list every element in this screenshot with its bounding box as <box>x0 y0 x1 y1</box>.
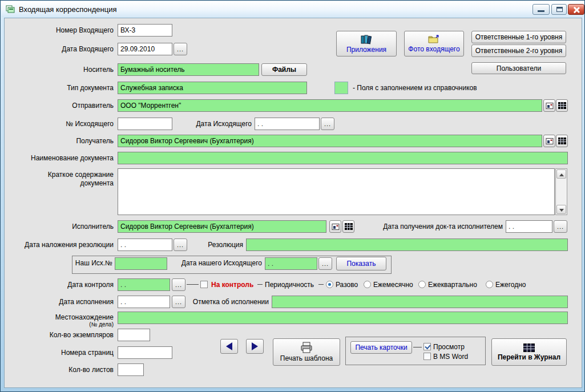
files-button[interactable]: Файлы <box>261 63 307 76</box>
separator-dash <box>318 284 324 285</box>
sender-field[interactable] <box>118 99 542 112</box>
radio-monthly[interactable] <box>364 281 371 288</box>
execution-date-picker-button[interactable]: ... <box>172 296 185 308</box>
responsible-level2-button[interactable]: Ответственные 2-го уровня <box>471 45 566 57</box>
print-card-label: Печать карточки <box>355 343 407 351</box>
control-date-picker-button[interactable]: ... <box>172 278 185 291</box>
radio-once-label: Разово <box>336 281 358 289</box>
show-button[interactable]: Показать <box>336 257 386 270</box>
resolution-date-label: Дата наложения резолюции <box>1 241 114 249</box>
control-date-label: Дата контроля <box>1 281 114 289</box>
radio-yearly[interactable] <box>486 281 493 288</box>
carrier-field[interactable] <box>118 63 259 76</box>
resolution-date-picker-button[interactable]: ... <box>174 239 187 251</box>
carrier-label: Носитель <box>1 66 114 74</box>
table-icon <box>558 102 566 109</box>
maximize-icon <box>556 7 563 12</box>
our-outgoing-date-input[interactable] <box>265 257 317 270</box>
our-outgoing-date-picker-button[interactable]: ... <box>318 257 332 270</box>
next-record-button[interactable] <box>246 339 264 354</box>
control-date-input[interactable] <box>118 278 170 291</box>
pages-input[interactable] <box>118 346 172 359</box>
table-icon <box>558 138 566 144</box>
radio-quarterly-label: Ежеквартально <box>428 281 477 289</box>
card-index-icon <box>546 137 554 145</box>
separator-dash <box>257 284 263 285</box>
summary-textarea[interactable] <box>118 168 555 215</box>
arrow-down-icon <box>559 209 564 212</box>
outgoing-date-input[interactable] <box>255 118 320 130</box>
sheets-label: Кол-во листов <box>1 366 114 374</box>
print-card-button[interactable]: Печать карточки <box>350 341 412 354</box>
go-journal-button[interactable]: Перейти в Журнал <box>491 338 567 366</box>
msword-checkbox[interactable] <box>423 353 431 360</box>
doc-type-label: Тип документа <box>1 84 114 92</box>
executor-label: Исполнитель <box>1 223 114 231</box>
recipient-label: Получатель <box>1 137 114 145</box>
incoming-number-label: Номер Входящего <box>1 26 114 34</box>
recipient-dictionary-button[interactable] <box>543 135 555 147</box>
arrow-left-icon <box>226 342 232 350</box>
executor-table-button[interactable] <box>342 220 354 233</box>
our-outgoing-number-input[interactable] <box>115 257 167 270</box>
table-icon <box>345 223 353 230</box>
window-title: Входящая корреспонденция <box>19 5 116 14</box>
users-button[interactable]: Пользователи <box>471 62 566 74</box>
print-template-button[interactable]: Печать шаблона <box>273 338 340 366</box>
incoming-date-picker-button[interactable]: ... <box>174 43 187 55</box>
sender-table-button[interactable] <box>556 99 568 112</box>
close-button[interactable] <box>568 4 584 15</box>
recipient-table-button[interactable] <box>556 135 568 147</box>
radio-quarterly[interactable] <box>418 281 426 288</box>
summary-label: Краткое содержание документа <box>18 171 114 188</box>
minimize-button[interactable] <box>532 4 550 15</box>
sender-dictionary-button[interactable] <box>543 99 555 112</box>
scroll-down-button[interactable] <box>556 205 566 214</box>
print-template-label: Печать шаблона <box>280 354 333 362</box>
files-button-label: Файлы <box>272 66 296 74</box>
maximize-button[interactable] <box>551 4 567 15</box>
sender-label: Отправитель <box>1 102 114 110</box>
doc-type-field[interactable] <box>118 82 307 94</box>
sheets-input[interactable] <box>118 363 144 376</box>
resolution-field[interactable] <box>246 239 568 251</box>
incoming-number-input[interactable] <box>118 24 172 37</box>
journal-table-icon <box>523 343 535 352</box>
location-label: Местонахождение <box>1 313 114 321</box>
location-field[interactable] <box>118 312 568 324</box>
execution-mark-label: Отметка об исполнении <box>189 298 269 306</box>
doc-title-label: Наименование документа <box>1 154 114 162</box>
executor-dictionary-button[interactable] <box>329 220 341 233</box>
resolution-date-input[interactable] <box>118 239 172 251</box>
attachments-button[interactable]: Приложения <box>336 31 397 56</box>
scroll-up-button[interactable] <box>556 169 566 179</box>
prev-record-button[interactable] <box>220 339 238 354</box>
copies-input[interactable] <box>118 329 150 341</box>
attachments-button-label: Приложения <box>346 46 386 54</box>
execution-date-input[interactable] <box>118 296 170 308</box>
on-control-checkbox[interactable] <box>200 281 208 288</box>
preview-checkbox[interactable] <box>423 343 431 350</box>
incoming-photo-button[interactable]: Фото входящего <box>404 31 464 56</box>
doc-title-field[interactable] <box>118 152 568 164</box>
responsible-level1-button[interactable]: Ответственные 1-го уровня <box>471 31 566 43</box>
incoming-date-input[interactable] <box>118 43 172 55</box>
title-bar[interactable]: Входящая корреспонденция <box>1 1 584 17</box>
correspondence-icon <box>6 5 15 14</box>
outgoing-date-picker-button[interactable]: ... <box>321 118 334 130</box>
pages-label: Номера страниц <box>1 349 114 357</box>
executor-received-date-picker-button[interactable]: ... <box>554 220 567 233</box>
on-control-label: На контроль <box>211 281 253 289</box>
books-icon <box>360 34 373 45</box>
radio-once[interactable] <box>326 281 333 288</box>
executor-received-date-input[interactable] <box>506 220 552 233</box>
location-sublabel: (№ дела) <box>1 321 114 328</box>
execution-mark-field[interactable] <box>272 296 568 308</box>
outgoing-number-input[interactable] <box>118 118 172 130</box>
arrow-up-icon <box>559 173 564 176</box>
radio-yearly-label: Ежегодно <box>495 281 526 289</box>
summary-scrollbar[interactable] <box>555 168 567 215</box>
recipient-field[interactable] <box>118 135 542 147</box>
executor-field[interactable] <box>118 220 326 233</box>
printer-icon <box>300 342 313 353</box>
